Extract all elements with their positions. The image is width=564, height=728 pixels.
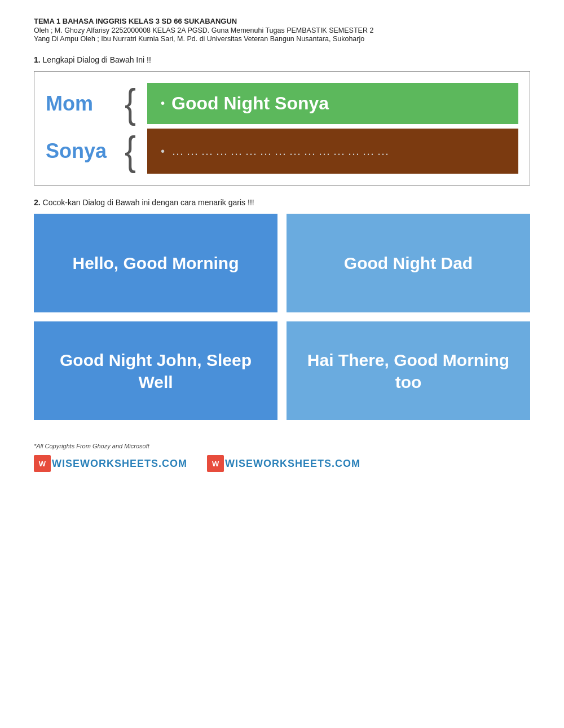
sonya-name: Sonya xyxy=(46,129,125,174)
copyright-text: *All Copyrights From Ghozy and Microsoft xyxy=(34,443,530,449)
header-sub1: Oleh ; M. Ghozy Alfarisy 2252000008 KELA… xyxy=(34,27,530,34)
dialog-row-sonya: Sonya { • ……………………………………… xyxy=(46,129,518,174)
brand-text-2: WISEWORKSHEETS.COM xyxy=(225,458,360,470)
brand-block-2: W WISEWORKSHEETS.COM xyxy=(207,455,360,472)
sonya-answer-box: • ……………………………………… xyxy=(147,129,518,174)
sonya-content: • ……………………………………… xyxy=(147,129,518,174)
question2-label: 2. Cocok-kan Dialog di Bawah ini dengan … xyxy=(34,198,530,207)
header-sub2: Yang Di Ampu Oleh ; Ibu Nurratri Kurnia … xyxy=(34,35,530,43)
q2-card-2: Good Night Dad xyxy=(287,214,530,312)
bullet-mom: • xyxy=(161,97,165,110)
q2-card-1: Hello, Good Morning xyxy=(34,214,277,312)
brand-separator xyxy=(193,458,201,470)
q2-card-3: Good Night John, Sleep Well xyxy=(34,321,277,420)
bullet-sonya: • xyxy=(161,145,165,158)
brand-icon-1: W xyxy=(34,455,51,472)
mom-brace: { xyxy=(125,83,147,124)
mom-answer-box: • Good Night Sonya xyxy=(147,83,518,124)
footer-brands: W WISEWORKSHEETS.COM W WISEWORKSHEETS.CO… xyxy=(34,455,530,472)
mom-answer-text: Good Night Sonya xyxy=(171,93,329,114)
sonya-dots: ……………………………………… xyxy=(171,144,391,158)
mom-content: • Good Night Sonya xyxy=(147,83,518,124)
q1-dialog-box: Mom { • Good Night Sonya Sonya { • ……………… xyxy=(34,71,530,186)
q2-grid: Hello, Good Morning Good Night Dad Good … xyxy=(34,214,530,420)
mom-name: Mom xyxy=(46,83,125,124)
brand-icon-2: W xyxy=(207,455,224,472)
q2-card-4: Hai There, Good Morning too xyxy=(287,321,530,420)
brand-text-1: WISEWORKSHEETS.COM xyxy=(52,458,187,470)
header-title: TEMA 1 BAHASA INGGRIS KELAS 3 SD 66 SUKA… xyxy=(34,17,530,25)
dialog-row-mom: Mom { • Good Night Sonya xyxy=(46,83,518,124)
question1-label: 1. Lengkapi Dialog di Bawah Ini !! xyxy=(34,55,530,64)
brand-block-1: W WISEWORKSHEETS.COM xyxy=(34,455,187,472)
sonya-brace: { xyxy=(125,129,147,174)
